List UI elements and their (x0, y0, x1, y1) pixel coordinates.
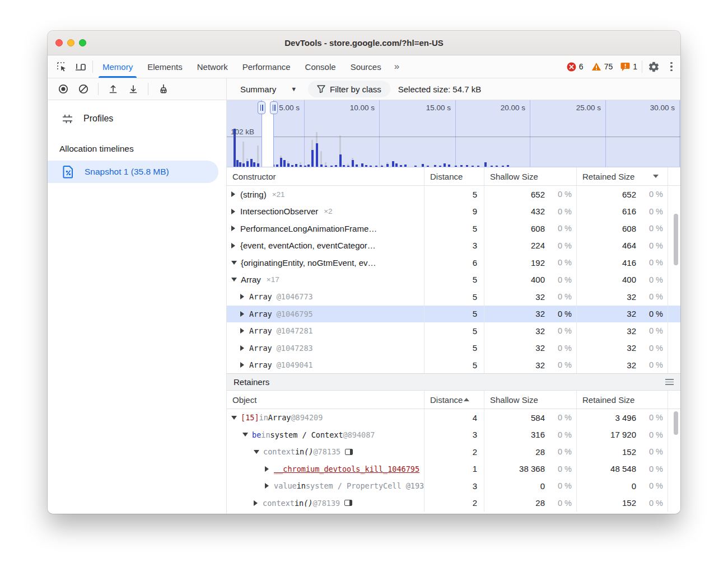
main-menu-button[interactable] (662, 55, 680, 78)
constructor-row[interactable]: IntersectionObserver×294320 %6160 % (227, 203, 680, 221)
timeline-gridline (605, 100, 606, 167)
column-header-retained-size[interactable]: Retained Size (577, 167, 668, 185)
settings-button[interactable] (645, 55, 662, 78)
issues-badge[interactable]: 1 (620, 62, 637, 71)
allocation-bar-blue (427, 166, 429, 167)
retainer-row[interactable]: __chromium_devtools_kill_1046795138 3680… (227, 461, 680, 478)
close-window-button[interactable] (55, 39, 63, 46)
column-header-distance[interactable]: Distance (424, 167, 484, 185)
column-header-shallow-size[interactable]: Shallow Size (484, 391, 577, 409)
zoom-window-button[interactable] (79, 39, 86, 46)
column-header-distance[interactable]: Distance (424, 391, 484, 409)
class-filter-input[interactable]: Filter by class (308, 81, 390, 97)
retainers-menu-icon[interactable] (665, 379, 674, 385)
expand-arrow-icon[interactable] (231, 243, 235, 248)
constructor-row[interactable]: Array@10490415320 %320 % (227, 356, 680, 373)
allocation-timeline-overview[interactable]: 5.00 s10.00 s15.00 s20.00 s25.00 s30.00 … (227, 100, 680, 167)
tab-network[interactable]: Network (190, 55, 235, 78)
retained-size-percent: 0 % (636, 258, 663, 267)
column-header-object[interactable]: Object (227, 391, 424, 409)
selection-handle-right[interactable] (270, 101, 278, 114)
clear-profiles-button[interactable] (73, 81, 94, 97)
retainer-object-cell: be in system / Context @894087 (227, 426, 424, 444)
constructor-row[interactable]: Array@10472815320 %320 % (227, 322, 680, 340)
panel-tabs: MemoryElementsNetworkPerformanceConsoleS… (95, 55, 389, 78)
retained-size-cell: 320 % (577, 340, 668, 357)
expand-arrow-icon[interactable] (240, 311, 244, 317)
more-tabs-icon[interactable]: » (389, 55, 405, 78)
constructor-row[interactable]: {event, eventAction, eventCategor…32240 … (227, 237, 680, 255)
retainer-row[interactable]: value in system / PropertyCell @19387300… (227, 477, 680, 495)
shallow-size-value: 432 (484, 207, 545, 216)
expand-arrow-icon[interactable] (231, 209, 235, 214)
constructor-row[interactable]: Array@10467735320 %320 % (227, 288, 680, 306)
collapse-arrow-icon[interactable] (231, 416, 237, 420)
reveal-icon[interactable] (344, 500, 352, 506)
constructor-row[interactable]: PerformanceLongAnimationFrame…56080 %608… (227, 220, 680, 237)
sidebar-item-snapshot-1[interactable]: Snapshot 1 (35.8 MB) (48, 161, 218, 183)
retained-size-cell: 320 % (577, 356, 668, 373)
shallow-size-value: 224 (484, 241, 545, 250)
allocation-bar-blue (242, 163, 245, 167)
expand-arrow-icon[interactable] (231, 191, 235, 197)
expand-arrow-icon[interactable] (265, 466, 269, 472)
collapse-arrow-icon[interactable] (242, 433, 248, 437)
separator (642, 60, 642, 73)
tab-sources[interactable]: Sources (343, 55, 389, 78)
constructor-name-cell: Array@1047283 (227, 340, 424, 357)
collapse-arrow-icon[interactable] (231, 278, 237, 282)
expand-arrow-icon[interactable] (240, 345, 244, 351)
retainer-object-segment: context (263, 499, 295, 508)
shallow-size-cell: 5840 % (484, 409, 577, 426)
minimize-window-button[interactable] (67, 39, 74, 46)
filter-icon (317, 85, 325, 93)
column-header-retained-size[interactable]: Retained Size (577, 391, 668, 409)
scrollbar-gutter (668, 443, 680, 461)
constructor-row[interactable]: (string)×2156520 %6520 % (227, 186, 680, 203)
inspect-element-button[interactable] (52, 55, 71, 78)
vertical-scrollbar[interactable] (674, 214, 678, 265)
allocation-bar-blue (404, 165, 407, 167)
selection-handle-left[interactable] (258, 101, 265, 114)
column-header-constructor[interactable]: Constructor (227, 167, 424, 185)
retainer-row[interactable]: [15] in Array @89420945840 %3 4960 % (227, 409, 680, 426)
tab-memory[interactable]: Memory (95, 55, 140, 78)
expand-arrow-icon[interactable] (231, 226, 235, 231)
tab-elements[interactable]: Elements (140, 55, 190, 78)
constructor-row[interactable]: {originatingEntity, noGtmEvent, ev…61920… (227, 254, 680, 271)
sidebar-item-profiles[interactable]: Profiles (48, 108, 226, 129)
tab-performance[interactable]: Performance (235, 55, 298, 78)
vertical-scrollbar[interactable] (674, 411, 678, 435)
expand-arrow-icon[interactable] (240, 362, 244, 368)
expand-arrow-icon[interactable] (265, 483, 269, 489)
constructor-row[interactable]: Array@10472835320 %320 % (227, 340, 680, 357)
record-heap-button[interactable] (53, 81, 73, 97)
allocation-bar-blue (370, 166, 372, 167)
warnings-badge[interactable]: 75 (591, 62, 613, 71)
expand-arrow-icon[interactable] (254, 500, 258, 506)
constructor-row[interactable]: Array×1754000 %4000 % (227, 271, 680, 289)
perspective-select[interactable]: Summary ▼ (237, 82, 300, 96)
expand-arrow-icon[interactable] (240, 328, 244, 334)
retainer-object-segment: in (295, 447, 304, 456)
retainer-row[interactable]: be in system / Context @89408733160 %17 … (227, 426, 680, 444)
column-header-shallow-size[interactable]: Shallow Size (484, 167, 577, 185)
devtools-window: DevTools - store.google.com/?hl=en-US (48, 31, 680, 514)
retainer-object-segment: () (304, 499, 312, 508)
expand-arrow-icon[interactable] (240, 294, 244, 299)
retainer-row[interactable]: context in () @781392280 %1520 % (227, 495, 680, 512)
collect-garbage-button[interactable] (153, 81, 173, 97)
collapse-arrow-icon[interactable] (231, 261, 237, 265)
load-profile-button[interactable] (103, 81, 123, 97)
instance-id: @1049041 (277, 360, 313, 369)
collapse-arrow-icon[interactable] (254, 450, 259, 454)
tab-console[interactable]: Console (298, 55, 343, 78)
save-profile-button[interactable] (123, 81, 143, 97)
device-toolbar-button[interactable] (71, 55, 90, 78)
errors-badge[interactable]: 6 (567, 62, 584, 72)
retained-size-percent: 0 % (636, 344, 663, 353)
constructor-row[interactable]: Array@10467955320 %320 % (227, 306, 680, 323)
retainer-row[interactable]: context in () @781352280 %1520 % (227, 443, 680, 461)
reveal-icon[interactable] (345, 449, 353, 455)
timeline-tick-label: 10.00 s (331, 104, 375, 112)
